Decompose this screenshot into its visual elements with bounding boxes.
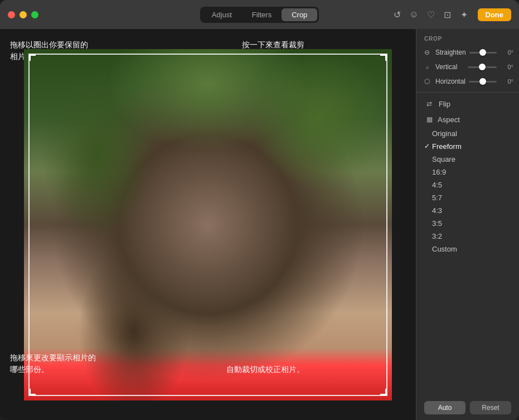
vertical-icon: ⬦: [422, 62, 432, 72]
panel-section-title: CROP: [416, 29, 519, 45]
main-window: Adjust Filters Crop ↺ ☺ ♡ ⊡ ✦ Done 拖移以圈出…: [0, 0, 519, 420]
straighten-value: 0°: [500, 49, 513, 56]
aspect-original[interactable]: Original: [416, 127, 519, 140]
content-area: 拖移以圈出你要保留的相片區域。 按一下來查看裁剪和校正工具。: [0, 29, 519, 420]
vertical-thumb[interactable]: [479, 64, 486, 70]
aspect-label: Aspect: [438, 115, 460, 124]
tab-filters[interactable]: Filters: [242, 8, 282, 21]
right-panel: CROP ⊖ Straighten 0° ⬦ Vertical 0°: [416, 29, 519, 420]
reset-button[interactable]: Reset: [470, 401, 511, 414]
photo-container[interactable]: [24, 49, 392, 400]
flip-row[interactable]: ⇄ Flip: [416, 96, 519, 112]
vertical-track[interactable]: [468, 66, 497, 68]
toolbar-icons: ↺ ☺ ♡ ⊡ ✦ Done: [392, 8, 512, 21]
maximize-button[interactable]: [31, 11, 38, 18]
aspect-16-9[interactable]: 16:9: [416, 166, 519, 178]
close-button[interactable]: [8, 11, 15, 18]
aspect-freeform[interactable]: Freeform: [416, 140, 519, 153]
done-button[interactable]: Done: [478, 8, 512, 21]
horizontal-icon: ⬡: [422, 76, 432, 86]
traffic-lights: [8, 11, 38, 18]
flip-icon: ⇄: [424, 99, 434, 109]
tab-crop[interactable]: Crop: [282, 8, 317, 21]
rotate-left-icon[interactable]: ↺: [392, 9, 403, 20]
flip-label: Flip: [439, 100, 450, 108]
crop-icon[interactable]: ⊡: [442, 9, 453, 20]
aspect-square[interactable]: Square: [416, 153, 519, 166]
aspect-4-5[interactable]: 4:5: [416, 178, 519, 191]
aspect-3-5[interactable]: 3:5: [416, 217, 519, 230]
horizontal-thumb[interactable]: [479, 78, 486, 85]
vertical-label: Vertical: [435, 63, 464, 71]
magic-wand-icon[interactable]: ✦: [459, 9, 470, 20]
minimize-button[interactable]: [20, 11, 27, 18]
bottom-buttons: Auto Reset: [416, 395, 519, 420]
horizontal-track[interactable]: [469, 81, 497, 83]
aspect-5-7[interactable]: 5:7: [416, 191, 519, 204]
straighten-label: Straighten: [435, 49, 466, 56]
photo-scene: [24, 49, 392, 400]
photo-area[interactable]: 拖移以圈出你要保留的相片區域。 按一下來查看裁剪和校正工具。: [0, 29, 416, 420]
aspect-4-3[interactable]: 4:3: [416, 204, 519, 217]
aspect-custom[interactable]: Custom: [416, 243, 519, 255]
aspect-icon: ▦: [424, 114, 434, 124]
horizontal-row[interactable]: ⬡ Horizontal 0°: [416, 74, 519, 89]
horizontal-label: Horizontal: [435, 78, 465, 85]
heart-icon[interactable]: ♡: [425, 9, 436, 20]
aspect-3-2[interactable]: 3:2: [416, 230, 519, 243]
emoji-icon[interactable]: ☺: [409, 9, 420, 20]
vertical-value: 0°: [500, 64, 513, 70]
horizontal-value: 0°: [500, 78, 513, 85]
titlebar: Adjust Filters Crop ↺ ☺ ♡ ⊡ ✦ Done: [0, 0, 519, 29]
photo-background: [24, 49, 392, 400]
divider-1: [416, 92, 519, 93]
straighten-row[interactable]: ⊖ Straighten 0°: [416, 45, 519, 60]
aspect-row[interactable]: ▦ Aspect: [416, 112, 519, 127]
straighten-icon: ⊖: [422, 47, 432, 57]
straighten-thumb[interactable]: [479, 49, 486, 56]
auto-button[interactable]: Auto: [424, 401, 465, 414]
tab-adjust[interactable]: Adjust: [202, 8, 242, 21]
vertical-row[interactable]: ⬦ Vertical 0°: [416, 60, 519, 74]
tab-group: Adjust Filters Crop: [200, 7, 319, 23]
straighten-track[interactable]: [469, 52, 497, 54]
